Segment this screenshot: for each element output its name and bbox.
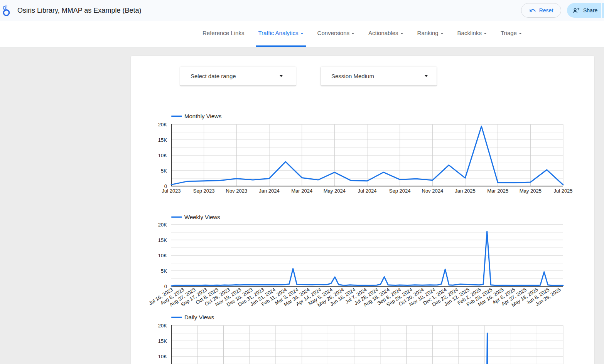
chevron-down-icon: [300, 33, 304, 34]
svg-text:Jul 2024: Jul 2024: [358, 188, 376, 194]
tab-label: Traffic Analytics: [258, 30, 298, 36]
svg-text:10K: 10K: [158, 253, 167, 258]
svg-text:0: 0: [164, 283, 167, 289]
undo-icon: [529, 7, 536, 14]
tab-label: Actionables: [368, 30, 398, 36]
tab-label: Triage: [501, 30, 517, 36]
looker-studio-logo: [2, 3, 15, 18]
svg-text:10K: 10K: [158, 354, 167, 359]
tab-reference-links[interactable]: Reference Links: [196, 21, 251, 47]
page-title: Osiris Library, MMAP as Example (Beta): [17, 0, 141, 21]
svg-text:Mar 2025: Mar 2025: [487, 188, 508, 194]
svg-text:May 2024: May 2024: [324, 188, 346, 194]
tab-backlinks[interactable]: Backlinks: [450, 21, 494, 47]
person-add-icon: [572, 7, 580, 14]
svg-text:Jul 2023: Jul 2023: [162, 188, 181, 194]
session-medium-filter[interactable]: Session Medium: [321, 67, 437, 86]
share-button-label: Share: [583, 7, 597, 13]
svg-text:Sep 2023: Sep 2023: [193, 188, 215, 194]
svg-text:5K: 5K: [161, 268, 167, 274]
tab-ranking[interactable]: Ranking: [410, 21, 450, 47]
svg-text:May 2025: May 2025: [520, 188, 542, 194]
share-button[interactable]: Share: [567, 3, 604, 18]
nav-tabs: Reference LinksTraffic AnalyticsConversi…: [196, 21, 529, 47]
date-range-filter-label: Select date range: [191, 67, 236, 86]
chevron-down-icon: [484, 33, 487, 34]
tab-label: Conversions: [317, 30, 349, 36]
svg-text:Sep 2024: Sep 2024: [389, 188, 411, 194]
svg-text:Nov 2024: Nov 2024: [422, 188, 444, 194]
chevron-down-icon: [351, 33, 354, 34]
svg-text:20K: 20K: [158, 222, 167, 228]
svg-text:10K: 10K: [158, 153, 167, 158]
reset-button-label: Reset: [539, 7, 553, 13]
dropdown-caret-icon: [425, 75, 428, 77]
svg-text:20K: 20K: [158, 323, 167, 329]
svg-text:Mar 2024: Mar 2024: [291, 188, 312, 194]
tab-triage[interactable]: Triage: [494, 21, 529, 47]
svg-text:5K: 5K: [161, 168, 167, 174]
svg-text:Jul 2025: Jul 2025: [553, 188, 572, 194]
monthly-views-chart: 05K10K15K20KJul 2023Sep 2023Nov 2023Jan …: [131, 110, 594, 196]
reset-button[interactable]: Reset: [521, 3, 561, 18]
share-split-divider: [601, 3, 602, 18]
svg-text:15K: 15K: [158, 338, 167, 344]
svg-text:20K: 20K: [158, 122, 167, 127]
tab-traffic-analytics[interactable]: Traffic Analytics: [251, 21, 310, 47]
tab-actionables[interactable]: Actionables: [361, 21, 410, 47]
tab-label: Reference Links: [202, 30, 244, 36]
tab-label: Ranking: [417, 30, 439, 36]
date-range-filter[interactable]: Select date range: [180, 67, 296, 86]
session-medium-filter-label: Session Medium: [331, 67, 374, 86]
dropdown-caret-icon: [280, 75, 283, 77]
svg-text:15K: 15K: [158, 237, 167, 243]
daily-views-chart: 05K10K15K20K: [131, 310, 594, 364]
report-nav: Reference LinksTraffic AnalyticsConversi…: [0, 21, 604, 47]
svg-text:Jan 2024: Jan 2024: [259, 188, 280, 194]
chevron-down-icon: [400, 33, 403, 34]
tab-conversions[interactable]: Conversions: [310, 21, 361, 47]
chevron-down-icon: [440, 33, 444, 34]
app-header: Osiris Library, MMAP as Example (Beta) R…: [0, 0, 604, 21]
report-canvas: Select date range Session Medium Monthly…: [131, 56, 594, 364]
svg-text:Jan 2025: Jan 2025: [455, 188, 476, 194]
tab-label: Backlinks: [457, 30, 482, 36]
svg-text:Nov 2023: Nov 2023: [226, 188, 248, 194]
chevron-down-icon: [519, 33, 522, 34]
weekly-views-chart: 05K10K15K20KJul 16, 2023Aug 6, 2023Aug 2…: [131, 210, 594, 310]
svg-text:15K: 15K: [158, 137, 167, 143]
